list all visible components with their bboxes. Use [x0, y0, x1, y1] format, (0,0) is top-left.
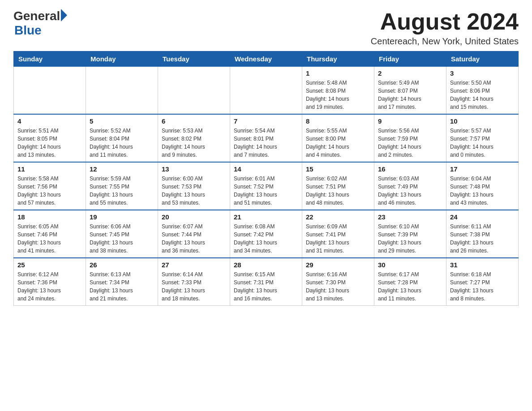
day-info: Sunrise: 6:17 AMSunset: 7:28 PMDaylight:…: [378, 270, 442, 303]
day-info: Sunrise: 6:12 AMSunset: 7:36 PMDaylight:…: [17, 270, 82, 303]
calendar-cell: [86, 67, 158, 115]
calendar-cell: 18Sunrise: 6:05 AMSunset: 7:46 PMDayligh…: [14, 210, 86, 258]
week-row-1: 1Sunrise: 5:48 AMSunset: 8:08 PMDaylight…: [14, 67, 519, 115]
day-number: 28: [234, 261, 298, 269]
day-info: Sunrise: 6:18 AMSunset: 7:27 PMDaylight:…: [450, 270, 515, 303]
day-info: Sunrise: 6:01 AMSunset: 7:52 PMDaylight:…: [234, 175, 298, 207]
subtitle: Centereach, New York, United States: [371, 36, 519, 47]
day-number: 6: [162, 117, 226, 125]
day-info: Sunrise: 6:03 AMSunset: 7:49 PMDaylight:…: [378, 175, 442, 207]
calendar-cell: 6Sunrise: 5:53 AMSunset: 8:02 PMDaylight…: [158, 114, 230, 162]
calendar-cell: 1Sunrise: 5:48 AMSunset: 8:08 PMDaylight…: [302, 67, 374, 115]
calendar-cell: 22Sunrise: 6:09 AMSunset: 7:41 PMDayligh…: [302, 210, 374, 258]
day-info: Sunrise: 5:48 AMSunset: 8:08 PMDaylight:…: [306, 79, 370, 111]
week-row-3: 11Sunrise: 5:58 AMSunset: 7:56 PMDayligh…: [14, 162, 519, 210]
calendar-cell: 30Sunrise: 6:17 AMSunset: 7:28 PMDayligh…: [374, 258, 446, 306]
weekday-header-saturday: Saturday: [446, 51, 519, 67]
calendar-cell: 16Sunrise: 6:03 AMSunset: 7:49 PMDayligh…: [374, 162, 446, 210]
header-right: August 2024 Centereach, New York, United…: [371, 9, 519, 47]
weekday-header-wednesday: Wednesday: [230, 51, 302, 67]
day-info: Sunrise: 6:13 AMSunset: 7:34 PMDaylight:…: [90, 270, 154, 303]
day-number: 19: [90, 213, 154, 221]
day-number: 31: [450, 261, 515, 269]
calendar-cell: 9Sunrise: 5:56 AMSunset: 7:59 PMDaylight…: [374, 114, 446, 162]
day-info: Sunrise: 5:52 AMSunset: 8:04 PMDaylight:…: [90, 127, 154, 159]
weekday-header-monday: Monday: [86, 51, 158, 67]
calendar-cell: [14, 67, 86, 115]
week-row-4: 18Sunrise: 6:05 AMSunset: 7:46 PMDayligh…: [14, 210, 519, 258]
calendar-cell: 29Sunrise: 6:16 AMSunset: 7:30 PMDayligh…: [302, 258, 374, 306]
calendar-cell: 4Sunrise: 5:51 AMSunset: 8:05 PMDaylight…: [14, 114, 86, 162]
day-number: 25: [17, 261, 82, 269]
calendar-cell: 25Sunrise: 6:12 AMSunset: 7:36 PMDayligh…: [14, 258, 86, 306]
day-info: Sunrise: 6:05 AMSunset: 7:46 PMDaylight:…: [17, 223, 82, 255]
calendar-cell: 17Sunrise: 6:04 AMSunset: 7:48 PMDayligh…: [446, 162, 519, 210]
logo: General Blue: [13, 9, 67, 38]
day-number: 4: [17, 117, 82, 125]
calendar-table: SundayMondayTuesdayWednesdayThursdayFrid…: [13, 51, 519, 306]
day-info: Sunrise: 6:10 AMSunset: 7:39 PMDaylight:…: [378, 223, 442, 255]
calendar-cell: 24Sunrise: 6:11 AMSunset: 7:38 PMDayligh…: [446, 210, 519, 258]
calendar-cell: 10Sunrise: 5:57 AMSunset: 7:57 PMDayligh…: [446, 114, 519, 162]
weekday-header-tuesday: Tuesday: [158, 51, 230, 67]
day-number: 26: [90, 261, 154, 269]
calendar-cell: 13Sunrise: 6:00 AMSunset: 7:53 PMDayligh…: [158, 162, 230, 210]
day-number: 29: [306, 261, 370, 269]
week-row-2: 4Sunrise: 5:51 AMSunset: 8:05 PMDaylight…: [14, 114, 519, 162]
day-number: 12: [90, 165, 154, 173]
logo-triangle-icon: [61, 9, 67, 21]
calendar-cell: [158, 67, 230, 115]
day-number: 21: [234, 213, 298, 221]
calendar-cell: 7Sunrise: 5:54 AMSunset: 8:01 PMDaylight…: [230, 114, 302, 162]
calendar-cell: 20Sunrise: 6:07 AMSunset: 7:44 PMDayligh…: [158, 210, 230, 258]
day-number: 17: [450, 165, 515, 173]
day-info: Sunrise: 6:08 AMSunset: 7:42 PMDaylight:…: [234, 223, 298, 255]
day-number: 27: [162, 261, 226, 269]
day-number: 13: [162, 165, 226, 173]
day-number: 5: [90, 117, 154, 125]
weekday-header-thursday: Thursday: [302, 51, 374, 67]
day-number: 2: [378, 69, 442, 77]
day-number: 16: [378, 165, 442, 173]
week-row-5: 25Sunrise: 6:12 AMSunset: 7:36 PMDayligh…: [14, 258, 519, 306]
day-info: Sunrise: 6:16 AMSunset: 7:30 PMDaylight:…: [306, 270, 370, 303]
day-info: Sunrise: 6:07 AMSunset: 7:44 PMDaylight:…: [162, 223, 226, 255]
calendar-cell: 8Sunrise: 5:55 AMSunset: 8:00 PMDaylight…: [302, 114, 374, 162]
calendar-cell: 21Sunrise: 6:08 AMSunset: 7:42 PMDayligh…: [230, 210, 302, 258]
calendar-cell: [230, 67, 302, 115]
day-number: 10: [450, 117, 515, 125]
day-number: 22: [306, 213, 370, 221]
weekday-header-row: SundayMondayTuesdayWednesdayThursdayFrid…: [14, 51, 519, 67]
day-number: 7: [234, 117, 298, 125]
day-info: Sunrise: 5:58 AMSunset: 7:56 PMDaylight:…: [17, 175, 82, 207]
logo-blue: Blue: [14, 23, 42, 38]
day-number: 9: [378, 117, 442, 125]
calendar-cell: 28Sunrise: 6:15 AMSunset: 7:31 PMDayligh…: [230, 258, 302, 306]
day-info: Sunrise: 5:59 AMSunset: 7:55 PMDaylight:…: [90, 175, 154, 207]
day-number: 8: [306, 117, 370, 125]
day-number: 18: [17, 213, 82, 221]
weekday-header-sunday: Sunday: [14, 51, 86, 67]
day-info: Sunrise: 6:00 AMSunset: 7:53 PMDaylight:…: [162, 175, 226, 207]
day-info: Sunrise: 6:02 AMSunset: 7:51 PMDaylight:…: [306, 175, 370, 207]
day-number: 14: [234, 165, 298, 173]
day-number: 23: [378, 213, 442, 221]
calendar-cell: 12Sunrise: 5:59 AMSunset: 7:55 PMDayligh…: [86, 162, 158, 210]
weekday-header-friday: Friday: [374, 51, 446, 67]
day-info: Sunrise: 6:15 AMSunset: 7:31 PMDaylight:…: [234, 270, 298, 303]
day-number: 11: [17, 165, 82, 173]
page-header: General Blue August 2024 Centereach, New…: [13, 9, 519, 47]
day-info: Sunrise: 5:49 AMSunset: 8:07 PMDaylight:…: [378, 79, 442, 111]
day-info: Sunrise: 5:55 AMSunset: 8:00 PMDaylight:…: [306, 127, 370, 159]
calendar-cell: 31Sunrise: 6:18 AMSunset: 7:27 PMDayligh…: [446, 258, 519, 306]
calendar-cell: 2Sunrise: 5:49 AMSunset: 8:07 PMDaylight…: [374, 67, 446, 115]
calendar-cell: 11Sunrise: 5:58 AMSunset: 7:56 PMDayligh…: [14, 162, 86, 210]
calendar-cell: 5Sunrise: 5:52 AMSunset: 8:04 PMDaylight…: [86, 114, 158, 162]
day-number: 15: [306, 165, 370, 173]
day-number: 1: [306, 69, 370, 77]
day-number: 20: [162, 213, 226, 221]
calendar-cell: 3Sunrise: 5:50 AMSunset: 8:06 PMDaylight…: [446, 67, 519, 115]
day-info: Sunrise: 6:09 AMSunset: 7:41 PMDaylight:…: [306, 223, 370, 255]
day-info: Sunrise: 5:50 AMSunset: 8:06 PMDaylight:…: [450, 79, 515, 111]
day-info: Sunrise: 6:04 AMSunset: 7:48 PMDaylight:…: [450, 175, 515, 207]
